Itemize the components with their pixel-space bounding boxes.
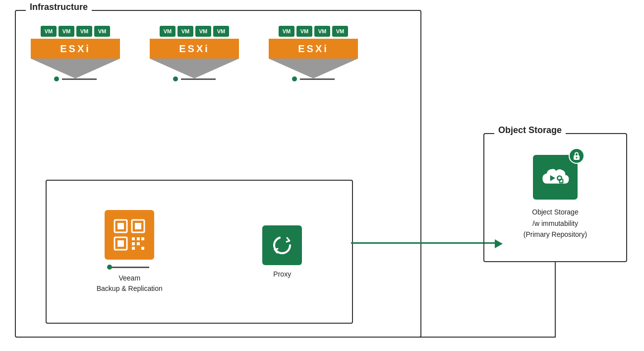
veeam-icon-svg (112, 217, 147, 252)
esxi-shape-2: ESXi (150, 39, 239, 73)
object-storage-label: Object Storage (494, 125, 566, 136)
proxy-to-storage-arrow (351, 242, 497, 244)
vm-row-1: VM VM VM VM (41, 26, 110, 37)
veeam-icon (105, 210, 154, 260)
inner-box: Veeam Backup & Replication Proxy (46, 180, 353, 324)
vm-badge: VM (332, 26, 348, 37)
svg-point-13 (274, 237, 290, 253)
vm-badge: VM (279, 26, 294, 37)
proxy-wrap: Proxy (262, 225, 302, 278)
vm-badge: VM (76, 26, 92, 37)
esxi-label-2: ESXi (150, 39, 239, 59)
proxy-icon (262, 225, 302, 265)
svg-rect-3 (135, 223, 141, 229)
proxy-label: Proxy (273, 270, 291, 278)
vm-badge: VM (195, 26, 211, 37)
esxi-trapezoid-3 (269, 59, 358, 78)
diagram-wrapper: Infrastructure VM VM VM VM ESXi (10, 5, 635, 343)
lock-badge (569, 148, 585, 164)
object-storage-item-label: Object Storage /w immutability (Primary … (524, 207, 587, 240)
esxi-shape-3: ESXi (269, 39, 358, 73)
svg-rect-7 (137, 237, 140, 240)
svg-rect-1 (117, 223, 124, 229)
veeam-connector (110, 267, 149, 268)
esxi-host-1: VM VM VM VM ESXi (31, 26, 120, 81)
svg-rect-15 (576, 157, 578, 158)
vm-badge: VM (177, 26, 193, 37)
esxi-trapezoid-1 (31, 59, 120, 78)
veeam-dot (107, 265, 112, 270)
esxi-label-3: ESXi (269, 39, 358, 59)
vm-badge: VM (213, 26, 229, 37)
esxi-trapezoid-2 (150, 59, 239, 78)
svg-rect-11 (132, 247, 135, 250)
svg-rect-5 (117, 240, 124, 247)
svg-rect-10 (137, 242, 140, 245)
vm-badge: VM (314, 26, 330, 37)
esxi-host-3: VM VM VM VM ESXi (269, 26, 358, 81)
esxi-row: VM VM VM VM ESXi VM VM (31, 26, 358, 81)
object-storage-box: Object Storage (483, 133, 627, 262)
infrastructure-label: Infrastructure (26, 2, 92, 12)
cloud-icon-svg (538, 162, 573, 192)
esxi-host-2: VM VM VM VM ESXi (150, 26, 239, 81)
svg-rect-6 (132, 237, 135, 240)
veeam-label: Veeam Backup & Replication (97, 273, 163, 294)
proxy-icon-svg (270, 233, 294, 258)
svg-rect-9 (132, 242, 135, 245)
vm-badge: VM (296, 26, 312, 37)
svg-rect-8 (141, 237, 144, 240)
vm-badge: VM (160, 26, 176, 37)
vm-badge: VM (94, 26, 110, 37)
vm-badge: VM (41, 26, 57, 37)
horizontal-bottom-line (25, 337, 556, 338)
object-storage-content: Object Storage /w immutability (Primary … (484, 134, 626, 261)
vm-row-2: VM VM VM VM (160, 26, 229, 37)
veeam-wrap: Veeam Backup & Replication (97, 210, 163, 294)
vertical-connector-line (555, 262, 556, 338)
vm-row-3: VM VM VM VM (279, 26, 348, 37)
esxi-shape-1: ESXi (31, 39, 120, 73)
infrastructure-box: Infrastructure VM VM VM VM ESXi (15, 10, 421, 338)
object-storage-icon (533, 155, 578, 200)
svg-rect-12 (141, 247, 144, 250)
esxi-label-1: ESXi (31, 39, 120, 59)
vm-badge: VM (59, 26, 74, 37)
lock-icon (572, 151, 581, 160)
